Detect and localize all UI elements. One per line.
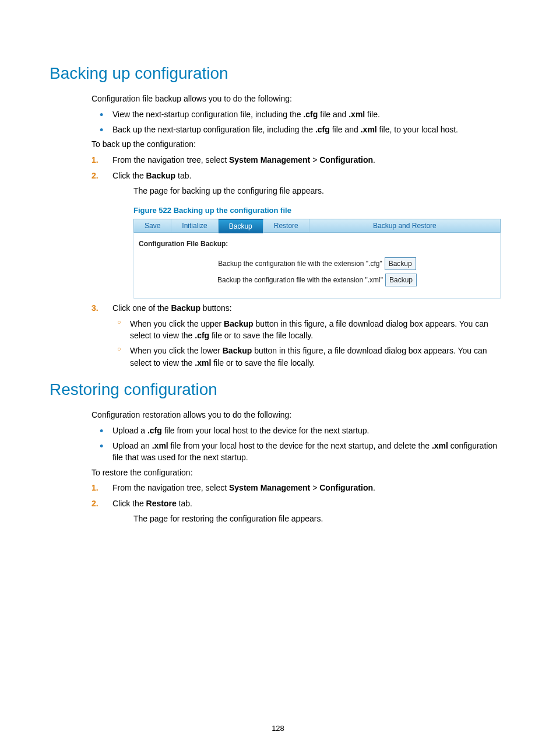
list-item: Click the Backup tab. The page for backi… bbox=[92, 170, 506, 299]
list-item: When you click the lower Backup button i… bbox=[112, 345, 506, 369]
text: tab. bbox=[177, 499, 192, 508]
backup-xml-row: Backup the configuration file with the e… bbox=[139, 274, 495, 286]
text-bold: System Management bbox=[229, 483, 310, 492]
label: Backup the configuration file with the e… bbox=[218, 258, 382, 269]
step-note: The page for restoring the configuration… bbox=[133, 513, 506, 525]
figure-caption: Figure 522 Backing up the configuration … bbox=[133, 205, 506, 216]
intro-restore: Configuration restoration allows you to … bbox=[92, 410, 506, 421]
list-item: From the navigation tree, select System … bbox=[92, 154, 506, 166]
text-bold: Backup bbox=[224, 319, 254, 328]
backup-xml-button[interactable]: Backup bbox=[385, 274, 417, 286]
text: From the navigation tree, select bbox=[112, 155, 229, 164]
text-bold: Backup bbox=[223, 346, 252, 355]
text: file or to save the file locally. bbox=[209, 331, 313, 340]
text: Upload an bbox=[112, 441, 152, 450]
list-item: Click one of the Backup buttons: When yo… bbox=[92, 302, 506, 369]
text-bold: Configuration bbox=[319, 483, 373, 492]
list-item: View the next-startup configuration file… bbox=[92, 108, 506, 120]
text: . bbox=[373, 155, 375, 164]
text-bold: Backup bbox=[146, 171, 176, 180]
figure-backup-screenshot: Save Initialize Backup Restore Backup an… bbox=[133, 219, 501, 299]
list-item: Upload an .xml file from your local host… bbox=[92, 440, 506, 464]
restore-capabilities-list: Upload a .cfg file from your local host … bbox=[92, 425, 506, 464]
tab-backup[interactable]: Backup bbox=[219, 219, 263, 233]
list-item: Back up the next-startup configuration f… bbox=[92, 124, 506, 135]
text: file and bbox=[330, 125, 361, 134]
heading-backup: Backing up configuration bbox=[50, 64, 506, 83]
tab-restore[interactable]: Restore bbox=[263, 219, 309, 232]
list-item: Click the Restore tab. The page for rest… bbox=[92, 498, 506, 525]
text-bold: Backup bbox=[171, 303, 200, 313]
restore-steps-list: From the navigation tree, select System … bbox=[92, 482, 506, 525]
panel-title: Configuration File Backup: bbox=[139, 239, 495, 249]
text: file from your local host to the device … bbox=[168, 441, 432, 450]
text: file, to your local host. bbox=[377, 125, 458, 134]
text-bold: .cfg bbox=[195, 331, 209, 340]
text-bold: .cfg bbox=[147, 426, 162, 435]
text: > bbox=[310, 155, 319, 164]
heading-restore: Restoring configuration bbox=[50, 380, 506, 399]
text: Click one of the bbox=[112, 303, 171, 313]
text-bold: Restore bbox=[146, 499, 177, 508]
text: Click the bbox=[112, 171, 146, 180]
list-item: From the navigation tree, select System … bbox=[92, 482, 506, 494]
tab-save[interactable]: Save bbox=[134, 219, 171, 232]
backup-capabilities-list: View the next-startup configuration file… bbox=[92, 108, 506, 136]
list-item: Upload a .cfg file from your local host … bbox=[92, 425, 506, 436]
text-bold: .cfg bbox=[315, 125, 330, 134]
text-bold: Configuration bbox=[319, 155, 373, 164]
text: file from your local host to the device … bbox=[162, 426, 370, 435]
tab-initialize[interactable]: Initialize bbox=[171, 219, 218, 232]
lead-backup: To back up the configuration: bbox=[92, 139, 506, 150]
text-bold: .xml bbox=[432, 441, 448, 450]
text: Upload a bbox=[112, 426, 147, 435]
text: . bbox=[373, 483, 375, 492]
label: Backup the configuration file with the e… bbox=[217, 275, 383, 285]
backup-cfg-button[interactable]: Backup bbox=[385, 257, 416, 270]
text-bold: .xml bbox=[152, 441, 168, 450]
list-item: When you click the upper Backup button i… bbox=[112, 318, 506, 342]
text: buttons: bbox=[200, 303, 232, 313]
text-bold: System Management bbox=[229, 155, 310, 164]
text: file. bbox=[365, 110, 380, 119]
text-bold: .xml bbox=[195, 358, 211, 368]
text: When you click the lower bbox=[130, 346, 223, 355]
text: Click the bbox=[112, 499, 146, 508]
text: > bbox=[310, 483, 319, 492]
text: file or to save the file locally. bbox=[211, 358, 315, 368]
intro-backup: Configuration file backup allows you to … bbox=[92, 93, 506, 105]
backup-button-notes: When you click the upper Backup button i… bbox=[112, 318, 506, 369]
text: tab. bbox=[175, 171, 191, 180]
text: From the navigation tree, select bbox=[112, 483, 229, 492]
text-bold: .xml bbox=[349, 110, 365, 119]
tab-backup-and-restore[interactable]: Backup and Restore bbox=[309, 219, 500, 232]
text: When you click the upper bbox=[130, 319, 224, 328]
page-number: 128 bbox=[0, 724, 556, 733]
text-bold: .xml bbox=[361, 125, 377, 134]
text: file and bbox=[318, 110, 349, 119]
backup-steps-list: From the navigation tree, select System … bbox=[92, 154, 506, 369]
lead-restore: To restore the configuration: bbox=[92, 467, 506, 479]
text: View the next-startup configuration file… bbox=[112, 110, 303, 119]
backup-cfg-row: Backup the configuration file with the e… bbox=[139, 257, 495, 270]
text-bold: .cfg bbox=[303, 110, 318, 119]
step-note: The page for backing up the configuring … bbox=[133, 186, 506, 197]
tab-bar: Save Initialize Backup Restore Backup an… bbox=[133, 219, 501, 233]
text: Back up the next-startup configuration f… bbox=[112, 125, 315, 134]
